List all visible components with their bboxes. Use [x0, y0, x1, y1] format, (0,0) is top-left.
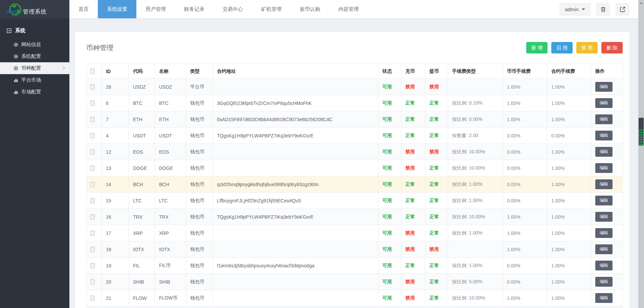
row-checkbox[interactable] [90, 182, 95, 187]
card-header: 币种管理 新 增启 用禁 用删 除 [86, 32, 623, 64]
nav-item-2[interactable]: 用户管理 [136, 0, 175, 18]
cell-type: 钱包币 [186, 111, 213, 128]
cell-name: EOS [155, 144, 186, 160]
cell-contract-fee: 1.00% [547, 95, 591, 111]
row-checkbox[interactable] [90, 214, 95, 220]
sidebar-item-0[interactable]: 网站信息 [0, 39, 69, 50]
delete-button[interactable]: 删 除 [601, 42, 623, 53]
partial-next-row [86, 306, 623, 308]
gear-icon [14, 54, 18, 59]
edit-button[interactable]: 编辑 [595, 244, 613, 254]
edit-button[interactable]: 编辑 [595, 98, 613, 108]
edit-button[interactable]: 编辑 [595, 277, 613, 287]
cell-code: FIL [129, 258, 155, 274]
row-checkbox[interactable] [90, 117, 95, 122]
edit-button[interactable]: 编辑 [595, 114, 613, 124]
cell-withdraw: 禁用 [425, 79, 448, 95]
row-checkbox[interactable] [90, 149, 95, 155]
table-row-EOS: 12EOSEOS钱包币可用禁用禁用按比例: 10.00%0.00%1.00%编辑 [87, 144, 623, 160]
cell-name: DOGE [155, 160, 186, 176]
cell-type: 钱包币 [186, 225, 213, 241]
nav-item-4[interactable]: 交易中心 [214, 0, 252, 18]
cell-status: 可用 [378, 160, 401, 176]
edit-button[interactable]: 编辑 [595, 293, 613, 303]
edit-button[interactable]: 编辑 [595, 212, 613, 222]
add-button[interactable]: 新 增 [526, 42, 548, 53]
cell-type: 钱包币 [186, 160, 213, 176]
cell-fee-type: 按比例: 1.00% [448, 258, 503, 274]
cell-name: XRP [155, 225, 186, 241]
scrollbar-up-arrow-icon[interactable] [638, 0, 644, 6]
row-checkbox[interactable] [90, 198, 95, 203]
cell-address: 3GqGQEi23kfprbTvZrCm7mP8qu5cHMoFhK [213, 95, 378, 111]
trash-icon [600, 6, 606, 13]
row-checkbox[interactable] [90, 101, 95, 106]
nav-item-1[interactable]: 系统设置 [98, 0, 136, 18]
row-checkbox[interactable] [90, 133, 95, 138]
logout-button[interactable] [616, 3, 629, 16]
cell-fee-type: 按比例: 0.10% [448, 95, 503, 111]
cell-fee-type: 按比例: 1.00% [448, 176, 503, 193]
row-checkbox[interactable] [90, 279, 95, 285]
cell-actions: 编辑 [591, 225, 623, 241]
edit-button[interactable]: 编辑 [595, 163, 613, 173]
cell-id: 20 [102, 274, 129, 290]
cell-address [213, 79, 378, 95]
edit-button[interactable]: 编辑 [595, 228, 613, 238]
nav-item-0[interactable]: 首页 [69, 0, 98, 18]
cell-withdraw: 正常 [425, 160, 448, 176]
edit-button[interactable]: 编辑 [595, 82, 613, 92]
edit-button[interactable]: 编辑 [595, 179, 613, 189]
nav-item-5[interactable]: 矿机管理 [252, 0, 291, 18]
cell-fee-type: 按比例: 0.00% [448, 111, 503, 128]
cell-address [213, 290, 378, 306]
cell-name: TRX [155, 209, 186, 225]
chevron-right-icon [61, 66, 65, 70]
edit-button[interactable]: 编辑 [595, 147, 613, 157]
nav-item-3[interactable]: 财务记录 [175, 0, 214, 18]
enable-button[interactable]: 启 用 [551, 42, 573, 53]
cell-coin-fee: 0.00% [503, 144, 547, 160]
sidebar-item-label: 系统配置 [21, 53, 41, 60]
sidebar-item-1[interactable]: 系统配置 [0, 50, 69, 62]
cell-code: XRP [129, 225, 155, 241]
trash-button[interactable] [596, 3, 610, 16]
cell-coin-fee: 1.00% [503, 111, 547, 128]
sidebar-section-label: 系统 [15, 27, 25, 34]
cell-deposit: 正常 [401, 258, 425, 274]
sidebar-item-4[interactable]: 市场配置 [0, 86, 69, 98]
cell-address [213, 274, 378, 290]
browser-scrollbar[interactable] [638, 0, 644, 308]
cell-deposit: 禁用 [401, 241, 425, 258]
edit-button[interactable]: 编辑 [595, 196, 613, 205]
edit-button[interactable]: 编辑 [595, 261, 613, 270]
cell-id: 14 [102, 176, 129, 193]
logo-title: 管理系统 [23, 8, 47, 16]
row-checkbox[interactable] [90, 247, 95, 252]
cell-status: 可用 [378, 95, 401, 111]
row-checkbox[interactable] [90, 230, 95, 236]
disable-button[interactable]: 禁 用 [576, 42, 598, 53]
row-checkbox[interactable] [90, 166, 95, 171]
cell-contract-fee: 1.00% [547, 274, 591, 290]
select-all-checkbox[interactable] [90, 69, 95, 74]
cell-coin-fee: 0.00% [503, 160, 547, 176]
nav-item-7[interactable]: 内容管理 [329, 0, 368, 18]
cell-checkbox [87, 144, 102, 160]
nav-item-6[interactable]: 新币认购 [291, 0, 329, 18]
sidebar-section-system[interactable]: 系统 [0, 19, 69, 39]
admin-menu-button[interactable]: admin [559, 3, 591, 16]
scrollbar-thumb[interactable] [639, 118, 644, 146]
cell-type: 钱包币 [186, 176, 213, 193]
cell-name: USDZ [155, 79, 186, 95]
table-body: 26USDZUSDZ平台币可用禁用禁用1.00%1.00%编辑6BTCBTC钱包… [87, 79, 623, 306]
edit-button[interactable]: 编辑 [595, 131, 613, 140]
table-header-row: ID代码名称类型合约地址状态充币提币手续费类型币币手续费合约手续费操作 [87, 64, 623, 79]
sidebar-item-2[interactable]: 币种配置 [0, 62, 69, 74]
sidebar-item-3[interactable]: 平台市场 [0, 74, 69, 86]
cell-id: 18 [102, 241, 129, 258]
row-checkbox[interactable] [90, 263, 95, 268]
cell-address [213, 144, 378, 160]
row-checkbox[interactable] [90, 84, 95, 90]
row-checkbox[interactable] [90, 295, 95, 301]
